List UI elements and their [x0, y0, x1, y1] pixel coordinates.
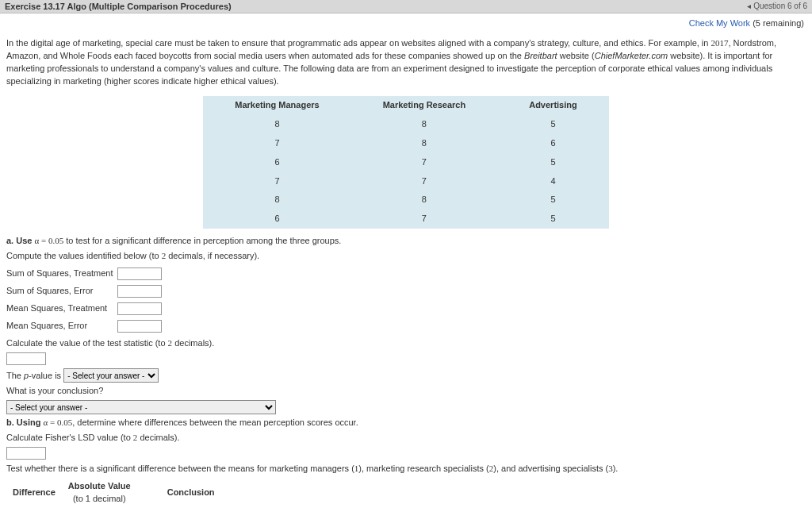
table-row: 786 [203, 134, 608, 153]
check-my-work-link[interactable]: Check My Work [689, 18, 750, 28]
col-header-1: Marketing Managers [203, 96, 350, 115]
part-b-prompt: b. Using α = 0.05, determine where diffe… [6, 417, 806, 429]
linkbar: Check My Work (5 remaining) [0, 13, 812, 29]
table-row: 885 [203, 115, 608, 134]
table-row: 675 [203, 210, 608, 229]
pvalue-row: The p-value is - Select your answer - [6, 368, 806, 383]
part-a-prompt: a. Use α = 0.05 to test for a significan… [6, 235, 806, 248]
col-header-3: Advertising [497, 96, 609, 115]
row-ms-error: Mean Squares, Error [6, 320, 806, 333]
input-ss-treatment[interactable] [117, 267, 162, 280]
question-body: In the digital age of marketing, special… [0, 29, 812, 508]
site-chiefmarketer: ChiefMarketer.com [595, 51, 668, 60]
table-row: 774 [203, 172, 608, 191]
test-stat-instruction: Calculate the value of the test statisti… [6, 337, 806, 350]
lsd-h2: Absolute Value (to 1 decimal) [62, 479, 137, 507]
conclusion-label: What is your conclusion? [6, 385, 806, 398]
row-ss-treatment: Sum of Squares, Treatment [6, 267, 806, 280]
input-ms-error[interactable] [117, 320, 162, 333]
row-ss-error: Sum of Squares, Error [6, 285, 806, 298]
input-lsd[interactable] [6, 447, 46, 460]
row-ms-treatment: Mean Squares, Treatment [6, 302, 806, 315]
col-header-2: Marketing Research [351, 96, 498, 115]
data-table: Marketing Managers Marketing Research Ad… [203, 96, 608, 229]
table-row: 885 [203, 190, 608, 210]
table-row: 675 [203, 153, 608, 172]
lsd-h3: Conclusion [137, 479, 245, 507]
lsd-h1: Difference [6, 479, 62, 507]
intro-paragraph: In the digital age of marketing, special… [6, 37, 806, 88]
compute-instruction: Compute the values identified below (to … [6, 250, 806, 263]
lsd-table: Difference Absolute Value (to 1 decimal)… [6, 479, 245, 508]
exercise-title: Exercise 13.17 Algo (Multiple Comparison… [5, 2, 232, 11]
select-pvalue[interactable]: - Select your answer - [63, 368, 159, 383]
site-breitbart: Breitbart [524, 51, 557, 60]
question-counter: ◂ Question 6 of 6 [747, 2, 807, 11]
input-ms-treatment[interactable] [117, 302, 162, 315]
select-conclusion[interactable]: - Select your answer - [6, 400, 276, 414]
comparison-instruction: Test whether there is a significant diff… [6, 463, 806, 475]
remaining-count: (5 remaining) [753, 18, 804, 28]
topbar: Exercise 13.17 Algo (Multiple Comparison… [0, 0, 812, 13]
input-test-statistic[interactable] [6, 352, 46, 365]
input-ss-error[interactable] [117, 285, 162, 298]
lsd-instruction: Calculate Fisher's LSD value (to 2 decim… [6, 432, 806, 444]
